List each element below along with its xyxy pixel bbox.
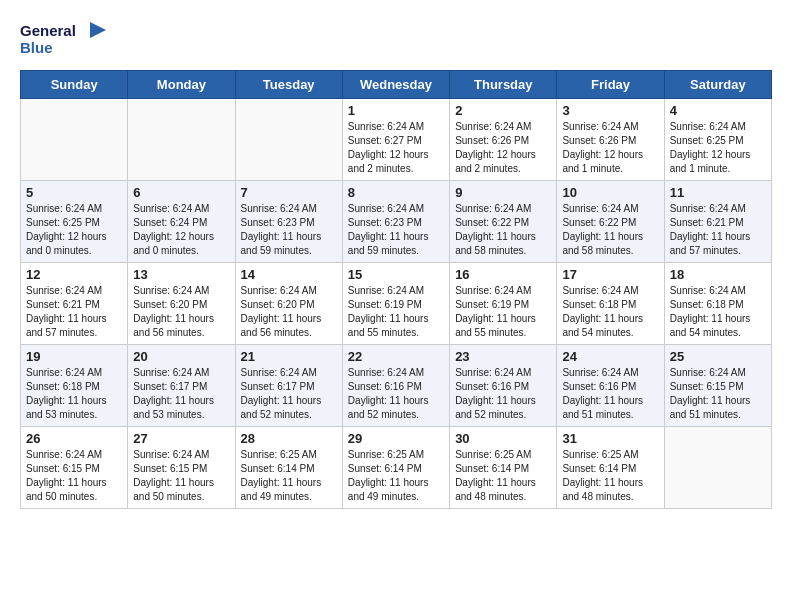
day-number: 17 <box>562 267 658 282</box>
svg-text:Blue: Blue <box>20 39 53 56</box>
calendar-cell: 30Sunrise: 6:25 AM Sunset: 6:14 PM Dayli… <box>450 427 557 509</box>
day-number: 22 <box>348 349 444 364</box>
calendar-cell: 31Sunrise: 6:25 AM Sunset: 6:14 PM Dayli… <box>557 427 664 509</box>
cell-info: Sunrise: 6:24 AM Sunset: 6:23 PM Dayligh… <box>348 202 444 258</box>
cell-info: Sunrise: 6:24 AM Sunset: 6:15 PM Dayligh… <box>670 366 766 422</box>
calendar-cell: 17Sunrise: 6:24 AM Sunset: 6:18 PM Dayli… <box>557 263 664 345</box>
cell-info: Sunrise: 6:24 AM Sunset: 6:16 PM Dayligh… <box>455 366 551 422</box>
calendar-cell <box>235 99 342 181</box>
cell-info: Sunrise: 6:24 AM Sunset: 6:15 PM Dayligh… <box>26 448 122 504</box>
cell-info: Sunrise: 6:24 AM Sunset: 6:26 PM Dayligh… <box>455 120 551 176</box>
cell-info: Sunrise: 6:24 AM Sunset: 6:23 PM Dayligh… <box>241 202 337 258</box>
calendar-cell: 29Sunrise: 6:25 AM Sunset: 6:14 PM Dayli… <box>342 427 449 509</box>
logo-icon: GeneralBlue <box>20 20 110 60</box>
day-number: 4 <box>670 103 766 118</box>
cell-info: Sunrise: 6:25 AM Sunset: 6:14 PM Dayligh… <box>241 448 337 504</box>
day-number: 13 <box>133 267 229 282</box>
cell-info: Sunrise: 6:24 AM Sunset: 6:26 PM Dayligh… <box>562 120 658 176</box>
calendar-cell: 25Sunrise: 6:24 AM Sunset: 6:15 PM Dayli… <box>664 345 771 427</box>
cell-info: Sunrise: 6:24 AM Sunset: 6:21 PM Dayligh… <box>670 202 766 258</box>
header-day-tuesday: Tuesday <box>235 71 342 99</box>
calendar-cell: 10Sunrise: 6:24 AM Sunset: 6:22 PM Dayli… <box>557 181 664 263</box>
calendar-cell: 2Sunrise: 6:24 AM Sunset: 6:26 PM Daylig… <box>450 99 557 181</box>
cell-info: Sunrise: 6:24 AM Sunset: 6:25 PM Dayligh… <box>670 120 766 176</box>
day-number: 27 <box>133 431 229 446</box>
calendar-cell: 20Sunrise: 6:24 AM Sunset: 6:17 PM Dayli… <box>128 345 235 427</box>
day-number: 2 <box>455 103 551 118</box>
calendar-cell: 11Sunrise: 6:24 AM Sunset: 6:21 PM Dayli… <box>664 181 771 263</box>
day-number: 9 <box>455 185 551 200</box>
cell-info: Sunrise: 6:24 AM Sunset: 6:17 PM Dayligh… <box>133 366 229 422</box>
day-number: 31 <box>562 431 658 446</box>
logo: GeneralBlue <box>20 20 110 60</box>
cell-info: Sunrise: 6:24 AM Sunset: 6:18 PM Dayligh… <box>26 366 122 422</box>
calendar-cell: 16Sunrise: 6:24 AM Sunset: 6:19 PM Dayli… <box>450 263 557 345</box>
calendar-cell: 5Sunrise: 6:24 AM Sunset: 6:25 PM Daylig… <box>21 181 128 263</box>
calendar-cell: 18Sunrise: 6:24 AM Sunset: 6:18 PM Dayli… <box>664 263 771 345</box>
calendar-cell: 24Sunrise: 6:24 AM Sunset: 6:16 PM Dayli… <box>557 345 664 427</box>
cell-info: Sunrise: 6:24 AM Sunset: 6:20 PM Dayligh… <box>133 284 229 340</box>
day-number: 1 <box>348 103 444 118</box>
calendar-cell <box>128 99 235 181</box>
day-number: 19 <box>26 349 122 364</box>
week-row-5: 26Sunrise: 6:24 AM Sunset: 6:15 PM Dayli… <box>21 427 772 509</box>
svg-marker-0 <box>90 22 106 38</box>
calendar-cell: 1Sunrise: 6:24 AM Sunset: 6:27 PM Daylig… <box>342 99 449 181</box>
day-number: 30 <box>455 431 551 446</box>
header-day-monday: Monday <box>128 71 235 99</box>
header-day-thursday: Thursday <box>450 71 557 99</box>
day-number: 29 <box>348 431 444 446</box>
calendar-table: SundayMondayTuesdayWednesdayThursdayFrid… <box>20 70 772 509</box>
cell-info: Sunrise: 6:24 AM Sunset: 6:25 PM Dayligh… <box>26 202 122 258</box>
cell-info: Sunrise: 6:24 AM Sunset: 6:21 PM Dayligh… <box>26 284 122 340</box>
day-number: 24 <box>562 349 658 364</box>
cell-info: Sunrise: 6:24 AM Sunset: 6:18 PM Dayligh… <box>670 284 766 340</box>
cell-info: Sunrise: 6:25 AM Sunset: 6:14 PM Dayligh… <box>562 448 658 504</box>
week-row-3: 12Sunrise: 6:24 AM Sunset: 6:21 PM Dayli… <box>21 263 772 345</box>
calendar-cell: 21Sunrise: 6:24 AM Sunset: 6:17 PM Dayli… <box>235 345 342 427</box>
day-number: 23 <box>455 349 551 364</box>
day-number: 10 <box>562 185 658 200</box>
calendar-header: SundayMondayTuesdayWednesdayThursdayFrid… <box>21 71 772 99</box>
header-row: SundayMondayTuesdayWednesdayThursdayFrid… <box>21 71 772 99</box>
day-number: 20 <box>133 349 229 364</box>
calendar-cell: 19Sunrise: 6:24 AM Sunset: 6:18 PM Dayli… <box>21 345 128 427</box>
svg-text:General: General <box>20 22 76 39</box>
page-header: GeneralBlue <box>20 20 772 60</box>
header-day-sunday: Sunday <box>21 71 128 99</box>
header-day-wednesday: Wednesday <box>342 71 449 99</box>
cell-info: Sunrise: 6:24 AM Sunset: 6:20 PM Dayligh… <box>241 284 337 340</box>
calendar-cell: 13Sunrise: 6:24 AM Sunset: 6:20 PM Dayli… <box>128 263 235 345</box>
calendar-cell: 6Sunrise: 6:24 AM Sunset: 6:24 PM Daylig… <box>128 181 235 263</box>
day-number: 25 <box>670 349 766 364</box>
calendar-cell: 15Sunrise: 6:24 AM Sunset: 6:19 PM Dayli… <box>342 263 449 345</box>
day-number: 6 <box>133 185 229 200</box>
cell-info: Sunrise: 6:24 AM Sunset: 6:24 PM Dayligh… <box>133 202 229 258</box>
header-day-saturday: Saturday <box>664 71 771 99</box>
day-number: 14 <box>241 267 337 282</box>
calendar-cell: 27Sunrise: 6:24 AM Sunset: 6:15 PM Dayli… <box>128 427 235 509</box>
cell-info: Sunrise: 6:25 AM Sunset: 6:14 PM Dayligh… <box>348 448 444 504</box>
calendar-cell: 7Sunrise: 6:24 AM Sunset: 6:23 PM Daylig… <box>235 181 342 263</box>
calendar-cell: 22Sunrise: 6:24 AM Sunset: 6:16 PM Dayli… <box>342 345 449 427</box>
day-number: 3 <box>562 103 658 118</box>
week-row-1: 1Sunrise: 6:24 AM Sunset: 6:27 PM Daylig… <box>21 99 772 181</box>
day-number: 11 <box>670 185 766 200</box>
calendar-cell: 14Sunrise: 6:24 AM Sunset: 6:20 PM Dayli… <box>235 263 342 345</box>
day-number: 12 <box>26 267 122 282</box>
cell-info: Sunrise: 6:25 AM Sunset: 6:14 PM Dayligh… <box>455 448 551 504</box>
day-number: 26 <box>26 431 122 446</box>
cell-info: Sunrise: 6:24 AM Sunset: 6:19 PM Dayligh… <box>455 284 551 340</box>
cell-info: Sunrise: 6:24 AM Sunset: 6:16 PM Dayligh… <box>562 366 658 422</box>
cell-info: Sunrise: 6:24 AM Sunset: 6:27 PM Dayligh… <box>348 120 444 176</box>
calendar-cell: 12Sunrise: 6:24 AM Sunset: 6:21 PM Dayli… <box>21 263 128 345</box>
day-number: 18 <box>670 267 766 282</box>
calendar-cell <box>21 99 128 181</box>
cell-info: Sunrise: 6:24 AM Sunset: 6:22 PM Dayligh… <box>562 202 658 258</box>
cell-info: Sunrise: 6:24 AM Sunset: 6:17 PM Dayligh… <box>241 366 337 422</box>
calendar-body: 1Sunrise: 6:24 AM Sunset: 6:27 PM Daylig… <box>21 99 772 509</box>
cell-info: Sunrise: 6:24 AM Sunset: 6:19 PM Dayligh… <box>348 284 444 340</box>
cell-info: Sunrise: 6:24 AM Sunset: 6:15 PM Dayligh… <box>133 448 229 504</box>
calendar-cell: 23Sunrise: 6:24 AM Sunset: 6:16 PM Dayli… <box>450 345 557 427</box>
week-row-2: 5Sunrise: 6:24 AM Sunset: 6:25 PM Daylig… <box>21 181 772 263</box>
